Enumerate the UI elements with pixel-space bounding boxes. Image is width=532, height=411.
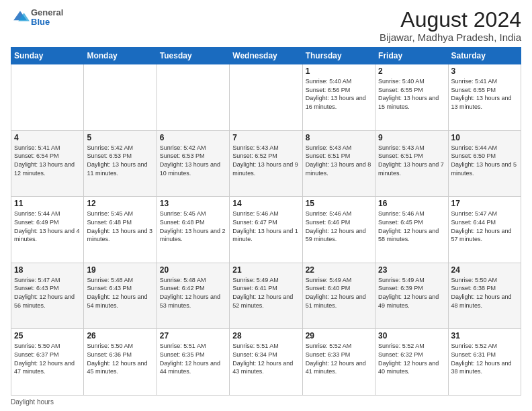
calendar-cell: 5Sunrise: 5:42 AM Sunset: 6:53 PM Daylig… (84, 130, 157, 197)
day-number: 28 (232, 331, 299, 340)
day-number: 22 (306, 265, 372, 275)
day-info: Sunrise: 5:44 AM Sunset: 6:50 PM Dayligh… (451, 144, 518, 177)
day-info: Sunrise: 5:40 AM Sunset: 6:56 PM Dayligh… (306, 77, 372, 111)
calendar-day-header: Saturday (448, 48, 521, 64)
calendar-week-row: 11Sunrise: 5:44 AM Sunset: 6:49 PM Dayli… (11, 197, 521, 263)
day-info: Sunrise: 5:50 AM Sunset: 6:37 PM Dayligh… (14, 342, 81, 375)
day-info: Sunrise: 5:49 AM Sunset: 6:39 PM Dayligh… (378, 276, 445, 310)
calendar-cell: 23Sunrise: 5:49 AM Sunset: 6:39 PM Dayli… (375, 263, 448, 329)
day-number: 14 (232, 199, 299, 208)
day-number: 16 (378, 199, 445, 208)
day-number: 7 (232, 133, 299, 142)
day-info: Sunrise: 5:45 AM Sunset: 6:48 PM Dayligh… (87, 210, 153, 243)
calendar-cell: 18Sunrise: 5:47 AM Sunset: 6:43 PM Dayli… (11, 263, 84, 329)
calendar-cell (84, 64, 157, 131)
day-info: Sunrise: 5:48 AM Sunset: 6:42 PM Dayligh… (160, 276, 226, 310)
day-number: 9 (378, 133, 445, 142)
day-number: 13 (160, 199, 226, 208)
calendar-table: SundayMondayTuesdayWednesdayThursdayFrid… (11, 47, 521, 396)
day-number: 5 (87, 133, 153, 142)
calendar-cell: 21Sunrise: 5:49 AM Sunset: 6:41 PM Dayli… (230, 263, 302, 329)
logo-text: General Blue (31, 8, 63, 28)
day-info: Sunrise: 5:41 AM Sunset: 6:54 PM Dayligh… (14, 144, 81, 177)
day-info: Sunrise: 5:44 AM Sunset: 6:49 PM Dayligh… (14, 210, 81, 243)
calendar-cell (230, 64, 302, 131)
calendar-cell: 22Sunrise: 5:49 AM Sunset: 6:40 PM Dayli… (302, 263, 375, 329)
day-info: Sunrise: 5:43 AM Sunset: 6:52 PM Dayligh… (232, 144, 299, 177)
day-info: Sunrise: 5:41 AM Sunset: 6:55 PM Dayligh… (451, 77, 518, 111)
page: General Blue August 2024 Bijawar, Madhya… (0, 0, 532, 411)
day-info: Sunrise: 5:47 AM Sunset: 6:43 PM Dayligh… (14, 276, 81, 310)
calendar-day-header: Wednesday (230, 48, 302, 64)
day-number: 3 (451, 66, 518, 76)
calendar-day-header: Tuesday (157, 48, 229, 64)
calendar-cell: 26Sunrise: 5:50 AM Sunset: 6:36 PM Dayli… (84, 329, 157, 396)
day-info: Sunrise: 5:45 AM Sunset: 6:48 PM Dayligh… (160, 210, 226, 243)
day-number: 24 (451, 265, 518, 275)
day-number: 31 (451, 331, 518, 340)
page-title: August 2024 (380, 8, 521, 32)
calendar-day-header: Thursday (302, 48, 375, 64)
calendar-cell: 28Sunrise: 5:51 AM Sunset: 6:34 PM Dayli… (230, 329, 302, 396)
calendar-cell: 4Sunrise: 5:41 AM Sunset: 6:54 PM Daylig… (11, 130, 84, 197)
calendar-cell: 16Sunrise: 5:46 AM Sunset: 6:45 PM Dayli… (375, 197, 448, 263)
day-number: 6 (160, 133, 226, 142)
day-number: 17 (451, 199, 518, 208)
calendar-day-header: Monday (84, 48, 157, 64)
calendar-cell: 12Sunrise: 5:45 AM Sunset: 6:48 PM Dayli… (84, 197, 157, 263)
day-number: 15 (306, 199, 372, 208)
day-number: 1 (306, 66, 372, 76)
day-info: Sunrise: 5:52 AM Sunset: 6:33 PM Dayligh… (306, 342, 372, 375)
day-info: Sunrise: 5:52 AM Sunset: 6:32 PM Dayligh… (378, 342, 445, 375)
day-info: Sunrise: 5:48 AM Sunset: 6:43 PM Dayligh… (87, 276, 153, 310)
calendar-cell: 15Sunrise: 5:46 AM Sunset: 6:46 PM Dayli… (302, 197, 375, 263)
day-info: Sunrise: 5:42 AM Sunset: 6:53 PM Dayligh… (87, 144, 153, 177)
calendar-cell: 19Sunrise: 5:48 AM Sunset: 6:43 PM Dayli… (84, 263, 157, 329)
calendar-cell: 2Sunrise: 5:40 AM Sunset: 6:55 PM Daylig… (375, 64, 448, 131)
day-number: 27 (160, 331, 226, 340)
calendar-cell: 6Sunrise: 5:42 AM Sunset: 6:53 PM Daylig… (157, 130, 229, 197)
day-info: Sunrise: 5:46 AM Sunset: 6:46 PM Dayligh… (306, 210, 372, 243)
calendar-cell: 25Sunrise: 5:50 AM Sunset: 6:37 PM Dayli… (11, 329, 84, 396)
day-info: Sunrise: 5:51 AM Sunset: 6:35 PM Dayligh… (160, 342, 226, 375)
day-number: 18 (14, 265, 81, 275)
calendar-cell (11, 64, 84, 131)
day-number: 8 (306, 133, 372, 142)
day-info: Sunrise: 5:50 AM Sunset: 6:36 PM Dayligh… (87, 342, 153, 375)
calendar-cell: 29Sunrise: 5:52 AM Sunset: 6:33 PM Dayli… (302, 329, 375, 396)
day-info: Sunrise: 5:52 AM Sunset: 6:31 PM Dayligh… (451, 342, 518, 375)
day-number: 11 (14, 199, 81, 208)
calendar-cell: 24Sunrise: 5:50 AM Sunset: 6:38 PM Dayli… (448, 263, 521, 329)
day-number: 12 (87, 199, 153, 208)
day-info: Sunrise: 5:46 AM Sunset: 6:45 PM Dayligh… (378, 210, 445, 243)
daylight-label: Daylight hours (11, 398, 54, 406)
calendar-header-row: SundayMondayTuesdayWednesdayThursdayFrid… (11, 48, 521, 64)
calendar-day-header: Friday (375, 48, 448, 64)
calendar-cell (157, 64, 229, 131)
calendar-week-row: 18Sunrise: 5:47 AM Sunset: 6:43 PM Dayli… (11, 263, 521, 329)
day-info: Sunrise: 5:43 AM Sunset: 6:51 PM Dayligh… (378, 144, 445, 177)
calendar-cell: 30Sunrise: 5:52 AM Sunset: 6:32 PM Dayli… (375, 329, 448, 396)
calendar-week-row: 1Sunrise: 5:40 AM Sunset: 6:56 PM Daylig… (11, 64, 521, 131)
day-number: 19 (87, 265, 153, 275)
day-info: Sunrise: 5:43 AM Sunset: 6:51 PM Dayligh… (306, 144, 372, 177)
calendar-cell: 11Sunrise: 5:44 AM Sunset: 6:49 PM Dayli… (11, 197, 84, 263)
calendar-cell: 1Sunrise: 5:40 AM Sunset: 6:56 PM Daylig… (302, 64, 375, 131)
footer-note: Daylight hours (11, 398, 521, 406)
title-block: August 2024 Bijawar, Madhya Pradesh, Ind… (380, 8, 521, 43)
logo-general: General (31, 8, 63, 17)
day-info: Sunrise: 5:50 AM Sunset: 6:38 PM Dayligh… (451, 276, 518, 310)
day-number: 23 (378, 265, 445, 275)
calendar-cell: 8Sunrise: 5:43 AM Sunset: 6:51 PM Daylig… (302, 130, 375, 197)
day-number: 29 (306, 331, 372, 340)
calendar-cell: 31Sunrise: 5:52 AM Sunset: 6:31 PM Dayli… (448, 329, 521, 396)
calendar-day-header: Sunday (11, 48, 84, 64)
logo-blue: Blue (31, 17, 63, 27)
day-info: Sunrise: 5:47 AM Sunset: 6:44 PM Dayligh… (451, 210, 518, 243)
day-number: 30 (378, 331, 445, 340)
day-number: 4 (14, 133, 81, 142)
calendar-cell: 13Sunrise: 5:45 AM Sunset: 6:48 PM Dayli… (157, 197, 229, 263)
calendar-week-row: 25Sunrise: 5:50 AM Sunset: 6:37 PM Dayli… (11, 329, 521, 396)
logo-icon (11, 8, 30, 27)
day-number: 26 (87, 331, 153, 340)
